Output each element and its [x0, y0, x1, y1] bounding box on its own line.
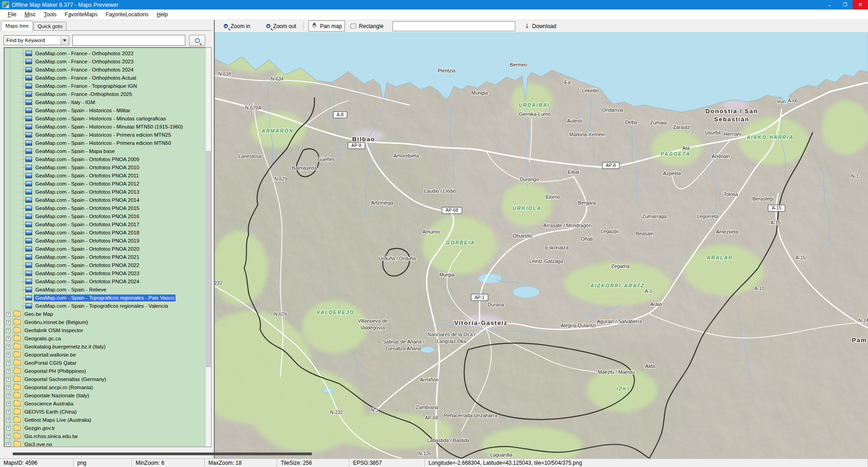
map-label: N-240-A	[858, 318, 868, 323]
tree-map-item[interactable]: GeaMap.com - Spain - Ortofotos PNOA 2016	[4, 212, 205, 220]
expand-plus-icon[interactable]: +	[6, 369, 10, 373]
rectangle-button[interactable]: Rectangle	[348, 22, 386, 31]
tree-map-item[interactable]: GeaMap.com - Spain - Ortofotos PNOA 2015	[4, 204, 205, 212]
zoom-out-button[interactable]: − Zoom out	[264, 22, 299, 31]
expand-plus-icon[interactable]: +	[6, 394, 10, 398]
menu-tools[interactable]: Tools	[40, 10, 61, 19]
tree-map-item[interactable]: GeaMap.com - Spain - Ortofotos PNOA 2019	[4, 237, 205, 245]
menu-favoritemaps[interactable]: FavoriteMaps	[61, 10, 102, 19]
expand-plus-icon[interactable]: +	[6, 377, 10, 381]
tree-folder-item[interactable]: +GeoPortal CGIS Qatar	[4, 359, 205, 367]
map-viewport[interactable]: A-8AP-8AP-8AP-68A-15AP-1 BilbaoDonostia …	[215, 33, 868, 458]
tree-map-item[interactable]: GeaMap.com - Spain - Topograficos region…	[4, 294, 205, 302]
tree-map-item[interactable]: GeaMap.com - Spain - Ortofotos PNOA 2011	[4, 172, 205, 180]
tree-map-item[interactable]: GeaMap.com - Spain - Historicos - Minuta…	[4, 123, 205, 131]
tree-map-item[interactable]: GeaMap.com - Spain - Ortofotos PNOA 2023	[4, 269, 205, 277]
tree-folder-item[interactable]: +Gis3.nve.no	[4, 440, 205, 447]
pan-map-button[interactable]: Pan map	[308, 20, 345, 32]
tree-folder-item[interactable]: +Gezgin.gov.tr	[4, 424, 205, 432]
tree-map-item[interactable]: GeaMap.com - France - Topographique IGN	[4, 82, 205, 90]
expand-plus-icon[interactable]: +	[6, 426, 10, 430]
tree-map-item[interactable]: GeaMap.com - Spain - Ortofotos PNOA 2021	[4, 253, 205, 261]
tree-map-item[interactable]: GeaMap.com - France - Orthophotos 2022	[4, 49, 205, 57]
download-button[interactable]: ↓ Download	[522, 21, 559, 31]
tab-maps-tree[interactable]: Maps tree	[1, 21, 33, 31]
tree-map-item[interactable]: GeaMap.com - Spain - Ortofotos PNOA 2020	[4, 245, 205, 253]
tree-folder-item[interactable]: +Geoportal Sachsenatlas (Germany)	[4, 375, 205, 383]
tree-map-item[interactable]: GeaMap.com - France - Orthophotos 2024	[4, 66, 205, 74]
tree-folder-item[interactable]: +Geoportale Nazionale (Italy)	[4, 391, 205, 400]
tree-folder-item[interactable]: +Geogratis.gc.ca	[4, 334, 205, 343]
tree-folder-item[interactable]: +Geoscience Australia	[4, 400, 205, 408]
expand-plus-icon[interactable]: +	[6, 337, 10, 341]
map-label: Beasain	[636, 231, 654, 236]
expand-plus-icon[interactable]: +	[6, 312, 10, 316]
chevron-down-icon	[61, 36, 68, 44]
zoom-in-button[interactable]: + Zoom in	[221, 22, 253, 31]
tree-map-item[interactable]: GeaMap.com - Spain - Historicos - Primer…	[4, 131, 205, 139]
tree-folder-item[interactable]: +Geoportal PH (Philippines)	[4, 367, 205, 375]
tree-map-item[interactable]: GeaMap.com - Spain - Ortofotos PNOA 2013	[4, 188, 205, 196]
menu-misc[interactable]: Misc	[20, 10, 40, 19]
menu-help[interactable]: Help	[153, 10, 172, 19]
tree-map-item[interactable]: GeaMap.com - Spain - Historicos - Milita…	[4, 106, 205, 114]
tree-map-item[interactable]: GeaMap.com - France -Orthophotos 2025	[4, 90, 205, 98]
menu-file[interactable]: File	[4, 10, 20, 19]
minimize-button[interactable]: –	[822, 0, 837, 10]
expand-plus-icon[interactable]: +	[6, 443, 10, 447]
expand-plus-icon[interactable]: +	[6, 418, 10, 422]
expand-plus-icon[interactable]: +	[6, 402, 10, 406]
expand-plus-icon[interactable]: +	[6, 353, 10, 357]
tree-map-item[interactable]: GeaMap.com - Spain - Ortofotos PNOA 2022	[4, 261, 205, 269]
tree-item-label: GeaMap.com - Spain - Historicos - Milita…	[34, 107, 132, 114]
find-mode-dropdown[interactable]: Find by Keyword	[4, 35, 69, 45]
horizontal-scrollbar-thumb[interactable]	[13, 453, 312, 455]
tree-map-item[interactable]: GeaMap.com - Spain - Ortofotos PNOA 2012	[4, 180, 205, 188]
tree-map-item[interactable]: GeaMap.com - Spain - Mapa base	[4, 147, 205, 155]
tree-map-item[interactable]: GeaMap.com - Italy - IGM	[4, 98, 205, 106]
expand-plus-icon[interactable]: +	[6, 434, 10, 438]
tree-map-item[interactable]: GeaMap.com - Spain - Historicos - Primer…	[4, 139, 205, 147]
expand-plus-icon[interactable]: +	[6, 320, 10, 324]
tree-map-item[interactable]: GeaMap.com - Spain - Ortofotos PNOA 2009	[4, 155, 205, 163]
tree-map-item[interactable]: GeaMap.com - Spain - Historicos - Minuta…	[4, 114, 205, 123]
map-label: Elorrio	[546, 194, 560, 200]
tree-folder-item[interactable]: +Getlost Maps Live (Australia)	[4, 416, 205, 424]
tree-connector	[21, 86, 25, 86]
tree-folder-item[interactable]: +Gis.rchss.sinica.edu.tw	[4, 432, 205, 440]
tree-map-item[interactable]: GeaMap.com - Spain - Ortofotos PNOA 2024	[4, 277, 205, 286]
map-area: + Zoom in − Zoom out Pan map Rectangle	[215, 20, 868, 458]
tree-map-item[interactable]: GeaMap.com - Spain - Ortofotos PNOA 2014	[4, 196, 205, 204]
tree-folder-item[interactable]: +Geo.be Map	[4, 310, 205, 318]
tree-folder-item[interactable]: +Geobru.irisnet.be (Belgium)	[4, 318, 205, 326]
menu-favoritelocations[interactable]: FavoriteLocations	[102, 10, 153, 19]
tab-quick-goto[interactable]: Quick goto	[33, 22, 66, 31]
tree-folder-item[interactable]: +Geoportal.ancpi.ro (Romania)	[4, 383, 205, 391]
expand-plus-icon[interactable]: +	[6, 329, 10, 333]
expand-plus-icon[interactable]: +	[6, 386, 10, 390]
toolbar-text-input[interactable]	[392, 21, 515, 31]
tree-folder-item[interactable]: +Geofabrik OSM Inspector	[4, 326, 205, 334]
tree-map-item[interactable]: GeaMap.com - Spain - Relieve	[4, 286, 205, 294]
maximize-button[interactable]: ❐	[837, 0, 853, 10]
tree-map-item[interactable]: GeaMap.com - Spain - Ortofotos PNOA 2018	[4, 229, 205, 237]
expand-plus-icon[interactable]: +	[6, 410, 10, 414]
map-label: N-126	[418, 451, 431, 456]
close-button[interactable]: ✕	[853, 0, 868, 10]
scrollbar-thumb[interactable]	[206, 151, 211, 367]
map-label: Lanestosa	[239, 153, 262, 159]
tree-folder-item[interactable]: +Geoportail.wallonie.be	[4, 351, 205, 359]
tree-folder-item[interactable]: +Geokatalog.buergernetz.bz.it (Italy)	[4, 343, 205, 351]
expand-plus-icon[interactable]: +	[6, 361, 10, 365]
search-button[interactable]	[189, 35, 205, 46]
tree-map-item[interactable]: GeaMap.com - Spain - Ortofotos PNOA 2017	[4, 220, 205, 229]
tree-item-label: GeaMap.com - Spain - Historicos - Primer…	[34, 132, 172, 138]
tree-map-item[interactable]: GeaMap.com - France - Orthophotos 2023	[4, 57, 205, 66]
tree-map-item[interactable]: GeaMap.com - Spain - Topograficos region…	[4, 302, 205, 310]
tree-map-item[interactable]: GeaMap.com - Spain - Ortofotos PNOA 2010	[4, 163, 205, 172]
tree-folder-item[interactable]: +GEOVIS Earth (China)	[4, 408, 205, 416]
tree-vertical-scrollbar[interactable]	[205, 48, 211, 447]
expand-plus-icon[interactable]: +	[6, 345, 10, 349]
tree-map-item[interactable]: GeaMap.com - France - Orthophotos Actual	[4, 74, 205, 82]
search-input[interactable]	[72, 35, 185, 46]
